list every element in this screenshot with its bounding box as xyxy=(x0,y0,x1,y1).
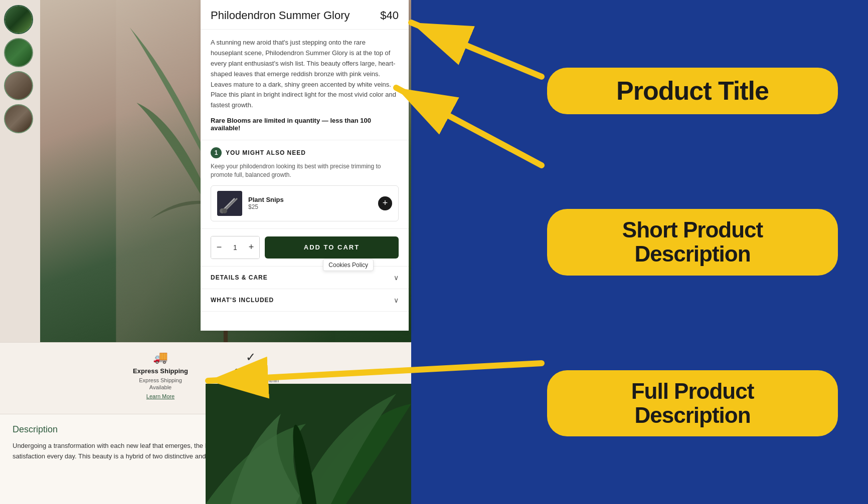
full-desc-annotation: Full ProductDescription xyxy=(547,370,838,437)
upsell-add-button[interactable]: + xyxy=(378,196,392,210)
thumbnail-3[interactable] xyxy=(4,71,33,100)
cookies-tooltip: Cookies Policy xyxy=(323,259,374,271)
express-shipping-desc: Express Shipping Available xyxy=(130,377,191,391)
detail-panel: Philodendron Summer Glory $40 A stunning… xyxy=(201,0,409,331)
express-shipping-title: Express Shipping xyxy=(133,367,188,375)
whats-included-accordion: WHAT'S INCLUDED ∨ xyxy=(201,289,409,312)
cart-controls: − 1 + ADD TO CART xyxy=(211,236,399,259)
product-desc-text: A stunning new aroid that's just steppin… xyxy=(211,38,399,111)
product-name: Philodendron Summer Glory xyxy=(211,9,375,22)
guarantee-title: Guarantee xyxy=(235,367,267,375)
svg-point-7 xyxy=(222,208,227,213)
product-header: Philodendron Summer Glory $40 xyxy=(201,0,409,30)
product-price: $40 xyxy=(380,9,399,22)
bottom-plant-image xyxy=(206,384,411,504)
product-short-description: A stunning new aroid that's just steppin… xyxy=(201,30,409,140)
plant-snips-img xyxy=(217,191,242,216)
guarantee-icon: ✓ xyxy=(246,350,256,364)
upsell-item-price: $25 xyxy=(248,203,372,210)
upsell-number: 1 xyxy=(211,147,222,158)
upsell-desc: Keep your philodendron looking its best … xyxy=(211,162,399,179)
upsell-item-name: Plant Snips xyxy=(248,196,372,203)
bottom-plant-svg xyxy=(206,384,411,504)
express-shipping-item: 🚚 Express Shipping Express Shipping Avai… xyxy=(130,350,191,399)
thumbnail-column xyxy=(0,0,40,342)
upsell-item-info: Plant Snips $25 xyxy=(248,196,372,210)
quantity-decrease-button[interactable]: − xyxy=(211,236,227,259)
details-care-header[interactable]: DETAILS & CARE ∨ xyxy=(201,267,409,289)
details-care-accordion: DETAILS & CARE ∨ xyxy=(201,267,409,289)
thumbnail-2[interactable] xyxy=(4,38,33,67)
whats-included-chevron: ∨ xyxy=(394,296,399,304)
annotations-panel: Product Title Short ProductDescription F… xyxy=(411,0,868,504)
thumbnail-img-1 xyxy=(5,6,32,33)
thumbnail-img-3 xyxy=(5,72,32,99)
upsell-item-image xyxy=(217,191,242,216)
upsell-item: Plant Snips $25 + xyxy=(211,185,399,221)
thumbnail-img-4 xyxy=(5,105,32,132)
rare-notice: Rare Blooms are limited in quantity — le… xyxy=(211,117,399,132)
quantity-control: − 1 + xyxy=(211,236,260,259)
upsell-header: 1 YOU MIGHT ALSO NEED xyxy=(211,147,399,158)
whats-included-label: WHAT'S INCLUDED xyxy=(211,297,274,304)
full-desc-annotation-text: Full ProductDescription xyxy=(631,379,754,428)
details-care-chevron: ∨ xyxy=(394,274,399,282)
thumbnail-1[interactable] xyxy=(4,5,33,34)
quantity-value: 1 xyxy=(227,243,243,251)
upsell-title: YOU MIGHT ALSO NEED xyxy=(226,149,306,156)
details-care-label: DETAILS & CARE xyxy=(211,274,268,281)
express-shipping-link[interactable]: Learn More xyxy=(146,393,175,399)
product-title-annotation-text: Product Title xyxy=(616,77,769,105)
thumbnail-img-2 xyxy=(5,39,32,66)
short-desc-annotation: Short ProductDescription xyxy=(547,209,838,276)
product-title-annotation: Product Title xyxy=(547,68,838,114)
thumbnail-4[interactable] xyxy=(4,104,33,133)
shipping-truck-icon: 🚚 xyxy=(153,350,168,364)
add-to-cart-button[interactable]: ADD TO CART xyxy=(265,236,399,259)
whats-included-header[interactable]: WHAT'S INCLUDED ∨ xyxy=(201,289,409,311)
upsell-section: 1 YOU MIGHT ALSO NEED Keep your philoden… xyxy=(201,140,409,229)
cart-section: − 1 + ADD TO CART Cookies Policy xyxy=(201,229,409,267)
short-desc-annotation-text: Short ProductDescription xyxy=(622,218,763,267)
quantity-increase-button[interactable]: + xyxy=(243,236,259,259)
